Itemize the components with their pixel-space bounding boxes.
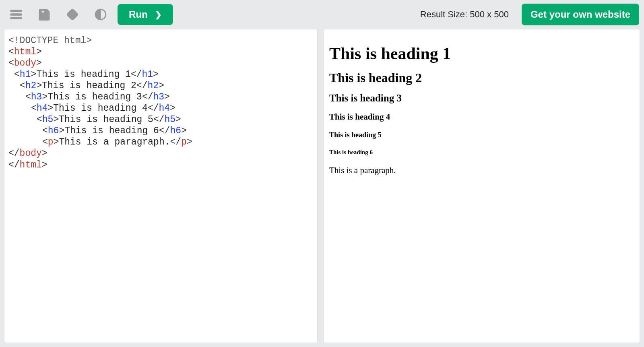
svg-rect-1 <box>10 14 22 15</box>
svg-rect-2 <box>10 17 22 19</box>
code-token[interactable]: < <box>37 114 42 125</box>
chevron-right-icon: ❯ <box>155 10 162 19</box>
run-button[interactable]: Run ❯ <box>118 4 173 25</box>
code-token[interactable]: h2 <box>25 81 37 91</box>
preview-h3: This is heading 3 <box>329 93 634 104</box>
code-token[interactable]: > <box>31 69 36 80</box>
panes: <!DOCTYPE html><html><body><h1>This is h… <box>0 29 644 347</box>
code-line[interactable]: <!DOCTYPE html> <box>8 35 313 46</box>
code-token[interactable]: > <box>181 126 187 136</box>
code-token[interactable]: < <box>14 69 20 80</box>
code-token[interactable]: < <box>42 137 48 147</box>
code-token[interactable]: h5 <box>42 114 54 125</box>
code-token[interactable]: > <box>42 92 47 102</box>
code-token[interactable]: > <box>59 126 64 136</box>
preview-h5: This is heading 5 <box>329 131 634 139</box>
code-line[interactable]: <h5>This is heading 5</h5> <box>8 114 313 125</box>
code-token[interactable]: h3 <box>31 92 42 102</box>
code-token[interactable]: h2 <box>147 81 159 91</box>
code-token[interactable]: </ <box>131 69 142 80</box>
code-token[interactable]: </ <box>8 160 20 170</box>
run-button-label: Run <box>129 9 148 20</box>
preview-h1: This is heading 1 <box>329 44 634 63</box>
toolbar: Run ❯ Result Size: 500 x 500 Get your ow… <box>0 0 644 29</box>
code-token[interactable]: <!DOCTYPE html> <box>8 35 92 46</box>
code-line[interactable]: <html> <box>8 46 313 58</box>
code-line[interactable]: <h1>This is heading 1</h1> <box>8 69 313 80</box>
code-token[interactable]: > <box>54 137 59 147</box>
code-token[interactable]: > <box>47 103 53 114</box>
code-token[interactable]: h6 <box>48 126 59 136</box>
code-token[interactable]: > <box>42 148 47 159</box>
code-token[interactable]: h5 <box>164 114 175 125</box>
code-token[interactable]: </ <box>8 148 20 159</box>
code-token[interactable]: > <box>159 81 164 91</box>
code-token[interactable]: h1 <box>142 69 153 80</box>
menu-icon[interactable] <box>5 3 27 26</box>
code-token[interactable]: </ <box>148 103 159 114</box>
code-line[interactable]: </html> <box>8 159 313 171</box>
code-token[interactable]: > <box>53 114 59 125</box>
code-token[interactable]: This is heading 6 <box>64 126 159 136</box>
code-token[interactable]: < <box>8 47 14 57</box>
code-token[interactable]: > <box>36 47 42 57</box>
code-line[interactable]: <h2>This is heading 2</h2> <box>8 80 313 91</box>
code-token[interactable]: < <box>31 103 37 114</box>
code-token[interactable]: < <box>8 58 14 68</box>
code-editor[interactable]: <!DOCTYPE html><html><body><h1>This is h… <box>4 29 318 343</box>
app-root: Run ❯ Result Size: 500 x 500 Get your ow… <box>0 0 644 347</box>
code-line[interactable]: <body> <box>8 58 313 69</box>
code-token[interactable]: > <box>170 103 175 114</box>
code-token[interactable]: </ <box>153 114 165 125</box>
rotate-icon[interactable] <box>61 3 84 26</box>
code-line[interactable]: </body> <box>8 148 313 159</box>
code-token[interactable]: h4 <box>37 103 48 114</box>
code-token[interactable]: > <box>36 58 42 68</box>
code-token[interactable]: h4 <box>159 103 170 114</box>
svg-rect-3 <box>67 9 78 20</box>
code-token[interactable]: p <box>48 137 54 147</box>
preview-h4: This is heading 4 <box>329 112 634 122</box>
code-token[interactable]: This is heading 1 <box>36 69 131 80</box>
code-token[interactable]: > <box>36 81 42 91</box>
code-token[interactable]: This is a paragraph. <box>59 137 170 147</box>
code-token[interactable]: This is heading 5 <box>59 114 153 125</box>
code-line[interactable]: <h4>This is heading 4</h4> <box>8 103 313 114</box>
code-token[interactable]: > <box>187 137 192 147</box>
svg-rect-0 <box>10 10 22 12</box>
result-size-label: Result Size: 500 x 500 <box>420 9 509 20</box>
preview-h6: This is heading 6 <box>329 149 634 156</box>
code-token[interactable]: > <box>42 160 47 170</box>
code-token[interactable]: This is heading 3 <box>47 92 142 102</box>
code-token[interactable]: h3 <box>153 92 164 102</box>
code-token[interactable]: body <box>20 148 42 159</box>
code-token[interactable]: > <box>164 92 170 102</box>
code-line[interactable]: <h3>This is heading 3</h3> <box>8 91 313 103</box>
theme-icon[interactable] <box>89 3 112 26</box>
code-token[interactable]: < <box>20 81 25 91</box>
preview-p: This is a paragraph. <box>329 165 634 176</box>
code-token[interactable]: html <box>14 47 36 57</box>
get-website-button[interactable]: Get your own website <box>522 4 639 25</box>
code-token[interactable]: html <box>20 160 42 170</box>
code-token[interactable]: h6 <box>170 126 181 136</box>
code-token[interactable]: < <box>25 92 31 102</box>
code-line[interactable]: <h6>This is heading 6</h6> <box>8 125 313 136</box>
code-token[interactable]: body <box>14 58 36 68</box>
code-token[interactable]: > <box>175 114 181 125</box>
code-token[interactable]: h1 <box>20 69 31 80</box>
code-token[interactable]: This is heading 2 <box>42 81 136 91</box>
code-token[interactable]: > <box>153 69 159 80</box>
code-token[interactable]: </ <box>170 137 181 147</box>
code-token[interactable]: p <box>181 137 187 147</box>
code-token[interactable]: </ <box>136 81 148 91</box>
preview-h2: This is heading 2 <box>329 70 634 85</box>
preview-pane: This is heading 1 This is heading 2 This… <box>323 29 640 343</box>
code-token[interactable]: </ <box>142 92 153 102</box>
code-token[interactable]: This is heading 4 <box>53 103 148 114</box>
code-token[interactable]: < <box>42 126 48 136</box>
code-line[interactable]: <p>This is a paragraph.</p> <box>8 136 313 148</box>
save-icon[interactable] <box>33 3 56 26</box>
code-token[interactable]: </ <box>159 126 170 136</box>
